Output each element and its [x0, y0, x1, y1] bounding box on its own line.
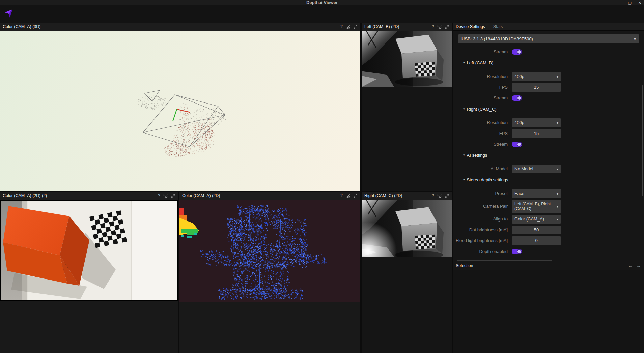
chevron-down-icon: ▾: [557, 217, 558, 221]
panel-header: Right (CAM_C) (2D) ?: [362, 192, 452, 200]
ai-model-select[interactable]: No Model ▾: [512, 165, 561, 173]
screenshot-icon[interactable]: [437, 194, 442, 198]
setting-label: Stream: [453, 96, 512, 101]
camera-pair-select[interactable]: Left (CAM_B), Right (CAM_C) ▾: [512, 200, 561, 213]
help-icon[interactable]: ?: [340, 24, 343, 29]
maximize-button[interactable]: ▢: [628, 0, 631, 5]
screenshot-icon[interactable]: [346, 194, 350, 198]
depth-canvas[interactable]: [179, 200, 360, 302]
screenshot-icon[interactable]: [163, 194, 168, 198]
device-stream-toggle[interactable]: [512, 49, 522, 55]
chevron-down-icon: ▾: [557, 167, 558, 171]
history-forward-button[interactable]: →: [636, 263, 641, 268]
section-ai-settings[interactable]: ▾ AI settings: [453, 150, 644, 160]
expand-icon[interactable]: [445, 194, 449, 198]
setting-row: Align to Color (CAM_A) ▾: [453, 214, 644, 225]
expand-icon[interactable]: [171, 194, 175, 198]
left-fps-field[interactable]: 15: [512, 83, 561, 92]
depth-view[interactable]: [179, 200, 360, 353]
collapse-icon: ▾: [463, 107, 465, 111]
left-cam-canvas[interactable]: [362, 31, 452, 87]
chevron-down-icon: ▾: [557, 205, 558, 208]
select-value: Left (CAM_B), Right (CAM_C): [514, 202, 557, 211]
screenshot-icon[interactable]: [346, 25, 350, 29]
setting-row: Camera Pair Left (CAM_B), Right (CAM_C) …: [453, 199, 644, 214]
help-icon[interactable]: ?: [340, 193, 343, 198]
setting-label: Stream: [453, 50, 512, 55]
pointcloud-viewport[interactable]: [0, 31, 360, 191]
depthai-logo-icon[interactable]: [3, 9, 13, 20]
close-button[interactable]: ✕: [638, 0, 641, 5]
panel-header: Color (CAM_A) (2D) ?: [179, 192, 360, 200]
chevron-down-icon: ▾: [634, 37, 636, 41]
screenshot-icon[interactable]: [437, 25, 442, 29]
sidebar-tabs: Device Settings Stats: [453, 23, 644, 31]
color-cam-view[interactable]: [0, 200, 178, 353]
setting-row: Stream: [453, 47, 644, 57]
expand-icon[interactable]: [445, 25, 449, 29]
section-title: Stereo depth settings: [467, 177, 508, 182]
toggle-knob: [517, 96, 522, 100]
setting-label: Camera Pair: [453, 204, 512, 209]
device-select[interactable]: USB: 3.1.3 (18443010D1DA39F500) ▾: [458, 34, 639, 43]
image-frame: [0, 200, 178, 301]
toggle-knob: [517, 142, 522, 147]
color-cam-canvas[interactable]: [1, 201, 177, 300]
tab-stats[interactable]: Stats: [493, 24, 503, 29]
select-value: 400p: [514, 74, 524, 79]
help-icon[interactable]: ?: [432, 24, 434, 29]
minimize-button[interactable]: –: [619, 0, 621, 5]
top-rows: Stream: [453, 43, 644, 57]
panel-header: Color (CAM_A) (3D) ?: [0, 23, 360, 31]
setting-row: Dot brightness [mA] 50: [453, 225, 644, 235]
setting-label: Align to: [453, 217, 512, 222]
right-fps-field[interactable]: 15: [512, 129, 561, 138]
setting-label: FPS: [453, 85, 512, 90]
section-left-cam-b[interactable]: ▾ Left (CAM_B): [453, 57, 644, 68]
right-resolution-select[interactable]: 400p ▾: [512, 118, 561, 127]
section-right-cam-c[interactable]: ▾ Right (CAM_C): [453, 104, 644, 114]
flood-brightness-field[interactable]: 0: [512, 236, 561, 245]
chevron-down-icon: ▾: [557, 121, 558, 125]
settings-sidebar: Device Settings Stats USB: 3.1.3 (184430…: [453, 23, 644, 353]
panel-color-cam-a-3d: Color (CAM_A) (3D) ?: [0, 23, 360, 191]
history-back-button[interactable]: ←: [628, 263, 633, 268]
help-icon[interactable]: ?: [432, 193, 434, 198]
setting-row: FPS 15: [453, 128, 644, 139]
setting-label: Stream: [453, 142, 512, 147]
right-cam-canvas[interactable]: [362, 200, 452, 257]
align-to-select[interactable]: Color (CAM_A) ▾: [512, 215, 561, 224]
sidebar-scrollbar[interactable]: [642, 85, 643, 196]
right-cam-view[interactable]: [362, 200, 452, 353]
pointcloud-canvas[interactable]: [0, 31, 360, 191]
setting-label: FPS: [453, 131, 512, 136]
right-stream-toggle[interactable]: [512, 142, 522, 147]
device-settings-panel: USB: 3.1.3 (18443010D1DA39F500) ▾ Stream…: [453, 31, 644, 261]
tab-device-settings[interactable]: Device Settings: [456, 24, 485, 29]
collapse-icon: ▾: [463, 153, 465, 157]
panel-right-cam-c: Right (CAM_C) (2D) ?: [362, 192, 452, 353]
expand-icon[interactable]: [353, 25, 358, 29]
panel-header: Left (CAM_B) (2D) ?: [362, 23, 452, 31]
expand-icon[interactable]: [353, 194, 358, 198]
window-controls: – ▢ ✕: [619, 0, 641, 5]
chevron-down-icon: ▾: [557, 75, 558, 79]
apply-button[interactable]: Apply: [457, 260, 552, 261]
panel-title: Color (CAM_A) (2D) (2): [3, 193, 47, 198]
panel-color-cam-a-2d: Color (CAM_A) (2D) ?: [179, 192, 360, 353]
section-stereo-depth[interactable]: ▾ Stereo depth settings: [453, 174, 644, 185]
setting-label: Preset: [453, 191, 512, 196]
setting-label: Dot brightness [mA]: [453, 228, 512, 233]
left-stream-toggle[interactable]: [512, 95, 522, 101]
help-icon[interactable]: ?: [158, 193, 160, 198]
panel-title: Right (CAM_C) (2D): [364, 193, 402, 198]
setting-label: Depth enabled: [453, 249, 512, 254]
depth-enabled-toggle[interactable]: [512, 249, 522, 254]
left-resolution-select[interactable]: 400p ▾: [512, 72, 561, 81]
left-cam-view[interactable]: [362, 31, 452, 191]
toggle-knob: [517, 50, 522, 54]
selection-body: [453, 270, 644, 353]
dot-brightness-field[interactable]: 50: [512, 226, 561, 234]
titlebar: Depthai Viewer – ▢ ✕: [0, 0, 644, 5]
preset-select[interactable]: Face ▾: [512, 189, 561, 198]
